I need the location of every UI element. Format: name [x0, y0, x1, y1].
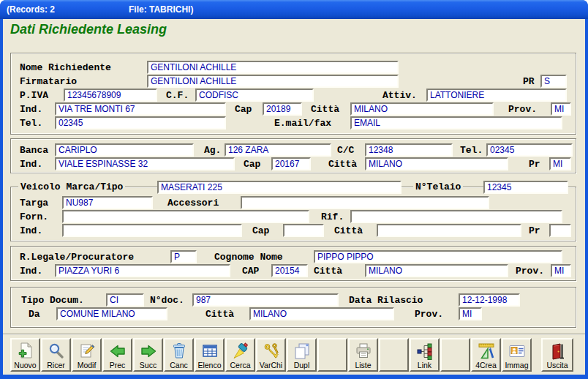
- richiedente-pr-input[interactable]: [540, 75, 567, 88]
- blank-button-2[interactable]: [379, 338, 409, 372]
- nome-richiedente-input[interactable]: [147, 61, 399, 74]
- legale-citta-label: Città: [314, 266, 342, 277]
- banca-tel-input[interactable]: [486, 143, 573, 157]
- banca-input[interactable]: [55, 143, 194, 157]
- legale-citta-input[interactable]: [365, 264, 508, 277]
- r-legale-procuratore-input[interactable]: [170, 250, 197, 263]
- page-title: Dati Richiedente Leasing: [10, 22, 167, 37]
- agenzia-input[interactable]: [225, 143, 331, 157]
- piva-input[interactable]: [64, 89, 157, 102]
- fornitore-input[interactable]: [62, 210, 309, 223]
- veicolo-citta-input[interactable]: [377, 224, 521, 237]
- image-card-icon: [508, 341, 526, 361]
- richiedente-ind-input[interactable]: [55, 102, 226, 116]
- cf-label: C.F.: [166, 90, 189, 101]
- modif-button[interactable]: Modif: [72, 338, 102, 372]
- banca-cap-input[interactable]: [271, 157, 311, 170]
- legale-cap-label: CAP: [242, 266, 259, 277]
- cognome-nome-input[interactable]: [314, 250, 562, 263]
- richiedente-group: Nome Richiedente Firmatario PR P.IVA C.F…: [10, 53, 576, 135]
- titlebar-records-count: (Records: 2: [7, 4, 55, 15]
- canc-button[interactable]: Canc: [164, 338, 194, 372]
- liste-button[interactable]: Liste: [348, 338, 378, 372]
- firmatario-input[interactable]: [147, 75, 399, 88]
- uscita-label: Uscita: [546, 361, 568, 369]
- cognome-nome-label: Cognome Nome: [214, 252, 283, 263]
- prec-label: Prec: [110, 361, 126, 369]
- prec-button[interactable]: Prec: [102, 338, 132, 372]
- attivita-input[interactable]: [426, 89, 567, 102]
- richiedente-prov-input[interactable]: [551, 102, 571, 116]
- tipo-documento-input[interactable]: [106, 293, 144, 307]
- uscita-button[interactable]: Uscita: [541, 338, 573, 372]
- banca-ind-input[interactable]: [55, 157, 235, 170]
- targa-input[interactable]: [62, 196, 153, 209]
- accessori-input[interactable]: [241, 196, 489, 209]
- cc-input[interactable]: [365, 143, 453, 157]
- veicolo-marca-tipo-input[interactable]: [157, 181, 402, 194]
- legale-cap-input[interactable]: [271, 264, 308, 277]
- edit-icon: [78, 341, 96, 361]
- blank-button-1[interactable]: [317, 338, 347, 372]
- veicolo-ind-label: Ind.: [20, 225, 42, 236]
- nome-richiedente-label: Nome Richiedente: [20, 62, 111, 73]
- data-rilascio-label: Data Rilascio: [349, 295, 423, 306]
- legale-ind-input[interactable]: [55, 264, 230, 277]
- elenco-button[interactable]: Elenco: [195, 338, 225, 372]
- richiedente-cap-input[interactable]: [263, 102, 302, 116]
- veicolo-citta-label: Città: [334, 225, 363, 236]
- veicolo-marca-tipo-label: Veicolo Marca/Tipo: [18, 181, 125, 192]
- veicolo-cap-input[interactable]: [283, 224, 324, 237]
- ricer-button[interactable]: Ricer: [41, 338, 71, 372]
- keys-icon: [263, 341, 280, 361]
- cf-input[interactable]: [195, 89, 314, 102]
- banca-citta-input[interactable]: [365, 157, 508, 170]
- banca-cap-label: Cap: [244, 159, 260, 170]
- banca-tel-label: Tel.: [460, 145, 483, 156]
- banca-label: Banca: [20, 145, 48, 156]
- dupl-label: Dupl: [294, 361, 310, 369]
- documento-citta-input[interactable]: [249, 307, 394, 320]
- banca-ind-label: Ind.: [20, 159, 42, 170]
- toolbar-divider: [3, 334, 585, 335]
- titlebar[interactable]: (Records: 2 File: TABRICHI): [0, 0, 588, 19]
- legale-prov-label: Prov.: [516, 266, 544, 277]
- duplicate-icon: [293, 341, 311, 361]
- varchi-button[interactable]: VarChi: [256, 338, 286, 372]
- exit-door-icon: [549, 341, 566, 361]
- dupl-button[interactable]: Dupl: [287, 338, 317, 372]
- quattro-crea-button[interactable]: 4Crea: [471, 338, 501, 372]
- link-button[interactable]: Link: [410, 338, 440, 372]
- immag-button[interactable]: Immag: [502, 338, 532, 372]
- n-doc-label: N°doc.: [150, 295, 184, 306]
- tipo-documento-label: Tipo Docum.: [21, 295, 84, 306]
- succ-button[interactable]: Succ: [133, 338, 163, 372]
- documento-prov-input[interactable]: [459, 307, 482, 320]
- canc-label: Canc: [170, 361, 188, 369]
- titlebar-file-name: File: TABRICHI): [129, 4, 193, 15]
- nuovo-button[interactable]: Nuovo: [10, 338, 40, 372]
- richiedente-tel-input[interactable]: [55, 116, 226, 130]
- cerca-button[interactable]: Cerca: [225, 338, 255, 372]
- n-telaio-input[interactable]: [483, 181, 568, 194]
- banca-pr-input[interactable]: [549, 157, 571, 170]
- veicolo-pr-input[interactable]: [549, 224, 571, 237]
- legale-prov-input[interactable]: [551, 264, 571, 277]
- documento-prov-label: Prov.: [415, 309, 443, 320]
- cerca-label: Cerca: [230, 361, 250, 369]
- rilasciato-da-input[interactable]: [56, 307, 167, 320]
- richiedente-cap-label: Cap: [235, 104, 252, 115]
- rif-input[interactable]: [350, 210, 562, 223]
- table-icon: [201, 341, 219, 361]
- accessori-label: Accessori: [167, 198, 219, 209]
- email-fax-input[interactable]: [350, 116, 562, 130]
- r-legale-procuratore-label: R.Legale/Procuratore: [20, 252, 134, 263]
- arrow-left-icon: [109, 341, 127, 361]
- veicolo-ind-input[interactable]: [62, 224, 242, 237]
- fornitore-label: Forn.: [20, 211, 48, 222]
- richiedente-citta-input[interactable]: [350, 102, 494, 116]
- n-doc-input[interactable]: [192, 293, 339, 307]
- blank-button-3[interactable]: [440, 338, 470, 372]
- data-rilascio-input[interactable]: [459, 293, 520, 307]
- succ-label: Succ: [140, 361, 157, 369]
